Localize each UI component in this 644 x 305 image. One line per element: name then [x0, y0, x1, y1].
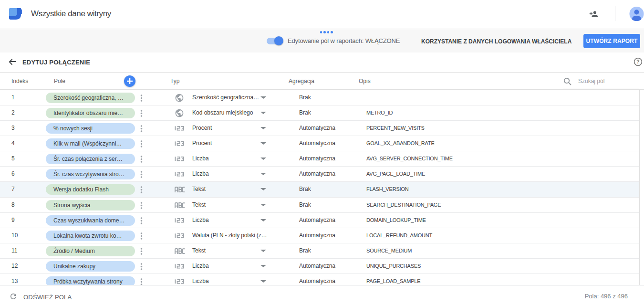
svg-text:?: ?: [636, 59, 639, 64]
